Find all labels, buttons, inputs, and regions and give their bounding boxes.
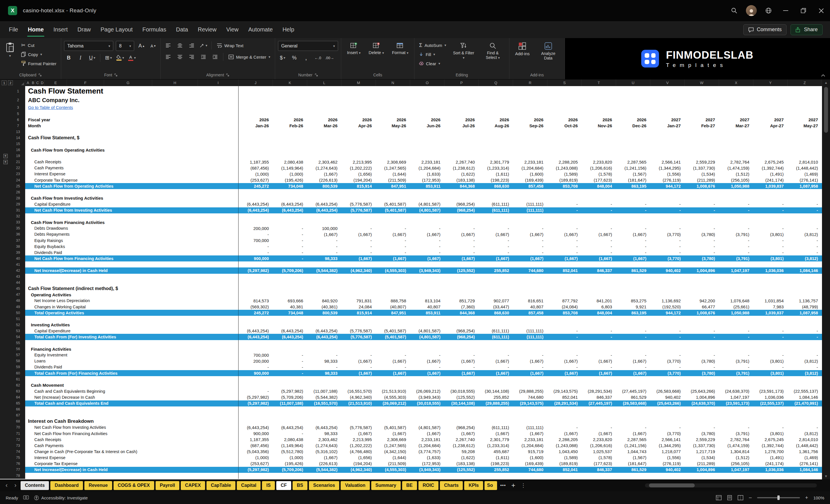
cell[interactable]	[719, 129, 753, 135]
font-size-select[interactable]: 8▾	[116, 41, 134, 51]
cell[interactable]: 2,301,779	[479, 159, 513, 165]
cell[interactable]: 852,041	[547, 394, 582, 400]
row-header-25[interactable]: 25	[11, 183, 25, 189]
cell[interactable]: (29,888,255)	[513, 388, 547, 394]
cell[interactable]	[616, 153, 650, 159]
row-label[interactable]	[25, 111, 238, 117]
cell[interactable]: 455,687	[479, 448, 513, 454]
cell[interactable]: -	[719, 364, 753, 370]
cell[interactable]	[719, 376, 753, 382]
cell[interactable]	[273, 261, 307, 267]
cell[interactable]: (1,667)	[376, 255, 410, 261]
cell[interactable]	[479, 135, 513, 141]
cell[interactable]: (1,600)	[513, 454, 547, 461]
cell[interactable]	[650, 473, 685, 479]
cell[interactable]	[753, 189, 788, 195]
cell[interactable]	[444, 382, 479, 388]
cell[interactable]: 944,172	[650, 310, 685, 316]
row-header-65[interactable]: 65	[11, 401, 25, 406]
cell[interactable]: Oct-26	[547, 123, 582, 129]
cell[interactable]	[479, 340, 513, 346]
cell[interactable]: -	[685, 249, 719, 255]
align-top-icon[interactable]	[164, 41, 173, 50]
merge-center-button[interactable]: Merge & Center▾	[227, 53, 272, 61]
cell[interactable]: -	[685, 364, 719, 370]
cell[interactable]	[650, 412, 685, 418]
cell[interactable]	[513, 96, 547, 104]
cell[interactable]	[719, 340, 753, 346]
cell[interactable]: (1,667)	[307, 454, 342, 461]
cell[interactable]	[616, 129, 650, 135]
cell[interactable]: (1,667)	[547, 255, 582, 261]
collapse-ribbon-button[interactable]	[821, 74, 825, 77]
cell[interactable]	[410, 376, 444, 382]
cell[interactable]	[719, 316, 753, 322]
row-header-23[interactable]: 23	[11, 171, 25, 177]
sheet-tab-revenue[interactable]: Revenue	[84, 481, 112, 490]
cell[interactable]	[273, 129, 307, 135]
cell[interactable]: (3,791)	[719, 370, 753, 376]
cell[interactable]: 744,680	[513, 267, 547, 274]
scroll-down-arrow[interactable]: ▼	[824, 473, 828, 479]
sheet-tab-charts[interactable]: Charts	[440, 481, 463, 490]
cell[interactable]	[582, 376, 616, 382]
cell[interactable]: -	[307, 244, 342, 249]
cell[interactable]: -	[753, 249, 788, 255]
cell[interactable]	[547, 195, 582, 201]
table-of-contents-link[interactable]: Go to Table of Contents	[25, 104, 238, 111]
menu-file[interactable]: File	[4, 21, 23, 38]
cell[interactable]	[582, 412, 616, 418]
cell[interactable]: 800,539	[307, 183, 342, 189]
cell[interactable]: (5,776,587)	[342, 424, 376, 431]
cell[interactable]: 2,288,205	[547, 437, 582, 442]
cell[interactable]	[753, 261, 788, 267]
cell[interactable]: (11,007,188)	[307, 388, 342, 394]
cell[interactable]: (23,591,173)	[719, 401, 753, 406]
cell[interactable]: (6,443,254)	[307, 201, 342, 207]
cell[interactable]: (1,344,295)	[650, 165, 685, 171]
cell[interactable]	[616, 96, 650, 104]
row-header-19[interactable]: 19	[11, 153, 25, 159]
cell[interactable]: (3,801)	[753, 231, 788, 238]
cell[interactable]	[444, 406, 479, 412]
cell[interactable]: 255,852	[479, 267, 513, 274]
cell[interactable]	[616, 219, 650, 225]
cell[interactable]: 1,187,355	[238, 159, 273, 165]
cell[interactable]	[376, 147, 410, 153]
cell[interactable]: (22,555,137)	[753, 401, 788, 406]
cell[interactable]: -	[685, 352, 719, 358]
cell[interactable]: (1,644)	[376, 454, 410, 461]
cell[interactable]	[376, 195, 410, 201]
more-sheets-button[interactable]: •••	[499, 483, 508, 488]
cell[interactable]	[307, 195, 342, 201]
cell[interactable]: 59,208	[444, 448, 479, 454]
cell[interactable]: -	[753, 225, 788, 231]
cell[interactable]	[685, 111, 719, 117]
cell[interactable]	[753, 322, 788, 328]
cell[interactable]	[238, 382, 273, 388]
cell[interactable]: (3,780)	[685, 370, 719, 376]
cell[interactable]	[513, 213, 547, 219]
cell[interactable]: 2,233,181	[410, 437, 444, 442]
cell[interactable]	[376, 280, 410, 286]
cell[interactable]	[342, 382, 376, 388]
cell[interactable]: -	[410, 244, 444, 249]
cell[interactable]	[753, 135, 788, 141]
cell[interactable]: -	[547, 225, 582, 231]
cell[interactable]	[753, 418, 788, 424]
cell[interactable]: (1,337,730)	[685, 442, 719, 448]
cell[interactable]	[719, 147, 753, 153]
row-label[interactable]: Debts Repayments	[25, 231, 238, 238]
zoom-out-button[interactable]: −	[748, 495, 752, 501]
cell[interactable]	[719, 274, 753, 280]
row-header-6[interactable]: 6	[11, 117, 25, 123]
cell[interactable]: (4,555,303)	[376, 267, 410, 274]
cell[interactable]: -	[513, 249, 547, 255]
cell[interactable]: -	[238, 388, 273, 394]
cell[interactable]: 1,218,077	[650, 448, 685, 454]
row-label[interactable]	[25, 213, 238, 219]
row-header-72[interactable]: 72	[11, 437, 25, 442]
cell[interactable]: (276,119)	[650, 177, 685, 183]
column-header-A[interactable]: A	[25, 80, 31, 86]
cell[interactable]: (1,241,156)	[616, 165, 650, 171]
